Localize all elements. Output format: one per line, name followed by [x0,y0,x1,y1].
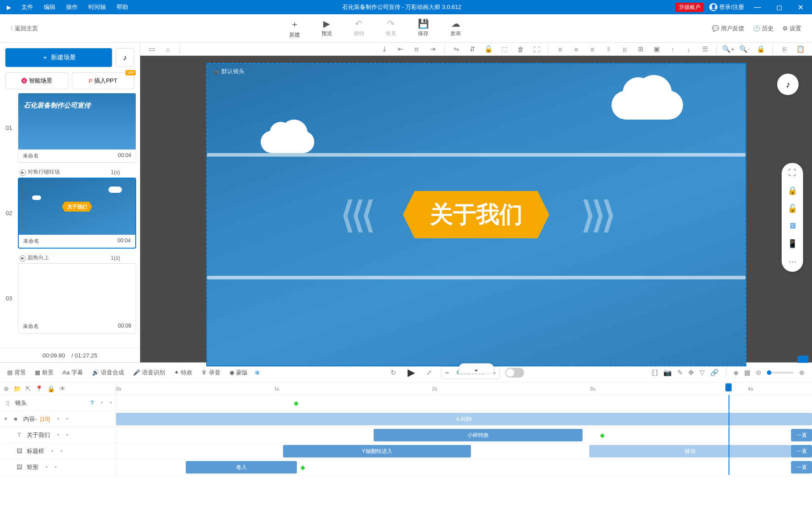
fullscreen-icon[interactable]: ⛶ [788,168,796,178]
keyframe-diamond-icon[interactable]: ◆ [600,432,605,439]
keyframe-diamond-icon[interactable]: ◆ [300,464,305,471]
close-button[interactable]: ✕ [792,3,808,12]
align-top-icon[interactable]: ≡ [554,43,566,55]
timeline-clip[interactable]: 小样特效 [374,429,583,441]
track-dot[interactable]: • [61,448,63,454]
minimize-button[interactable]: — [750,3,766,11]
timeline-clip[interactable]: 一直 [791,429,812,441]
toolbar-新建-button[interactable]: ＋新建 [289,18,300,39]
layer-menu-icon[interactable]: ☰ [699,43,711,55]
flip-v-icon[interactable]: ⇵ [466,43,479,55]
timeline-clip[interactable]: 一直 [791,461,812,474]
scene-card-03[interactable]: 未命名00:09 [18,263,136,333]
track-dot[interactable]: • [57,432,59,438]
track-dot[interactable]: • [55,464,57,470]
align-middle-icon[interactable]: ≡ [570,43,583,55]
insert-ppt-button[interactable]: P 插入PPT VIP [72,72,135,89]
lock-open-icon[interactable]: 🔓 [787,204,797,213]
folder-icon[interactable]: 📁 [13,385,21,392]
track-dot[interactable]: • [67,432,69,438]
delete-icon[interactable]: 🗑 [514,43,527,55]
track-head-关于我们[interactable]: T关于我们•• [0,427,116,443]
select-tool-icon[interactable]: ▭ [146,43,158,55]
timeline-ruler[interactable]: 0s1s2s3s4s [116,382,812,395]
menu-help[interactable]: 帮助 [117,3,128,11]
upgrade-button[interactable]: 升级账户 [675,3,704,12]
align-bottom-icon[interactable]: ⤓ [378,43,391,55]
align-bottom2-icon[interactable]: ≡ [586,43,599,55]
group-icon[interactable]: ⬚ [498,43,511,55]
toggle-switch[interactable] [505,368,524,378]
track-head-内容-[interactable]: ▼■内容-[15]•• [0,411,116,427]
timeline-clip[interactable]: 移动 [589,445,791,457]
align-center-h-icon[interactable]: ⧈ [410,43,423,55]
track-dot[interactable]: • [51,448,54,454]
home-icon[interactable]: ⌂ [162,43,174,55]
layer-up-icon[interactable]: ↑ [666,43,679,55]
track-body[interactable]: ◆ [116,395,812,411]
menu-action[interactable]: 操作 [66,3,78,11]
scene-transition[interactable]: ▶对角行铺转场1(s) [4,166,136,178]
distribute-v-icon[interactable]: ⫼ [618,43,631,55]
smart-scene-button[interactable]: 🅐 智能场景 [5,72,68,89]
menu-file[interactable]: 文件 [21,3,33,11]
toolbar-保存-button[interactable]: 💾保存 [418,18,429,39]
menu-timeline[interactable]: 时间轴 [88,3,106,11]
track-dot[interactable]: • [57,415,59,422]
track-body[interactable]: 卷入◆一直 [116,459,812,475]
align-left-icon[interactable]: ⇤ [394,43,407,55]
lock-closed-icon[interactable]: 🔒 [787,186,797,195]
tl-tab-语音合成[interactable]: 🔊语音合成 [92,369,124,377]
scene-card-02[interactable]: 关于我们 未命名00:04 [18,178,136,249]
zoom-slider[interactable] [767,372,794,374]
menu-edit[interactable]: 编辑 [44,3,55,11]
toolbar-历史-button[interactable]: 🕐历史 [753,25,774,33]
toolbar-预览-button[interactable]: ▶预览 [321,18,332,39]
expand-handle[interactable]: ⌄ [458,363,494,374]
tl-tab-背景[interactable]: ▨背景 [7,369,26,377]
distribute-h-icon[interactable]: ⫴ [602,43,615,55]
safe-area-icon[interactable]: ▣ [650,43,663,55]
flip-h-icon[interactable]: ⇋ [450,43,462,55]
paste-icon[interactable]: 📋 [794,43,807,55]
timeline-clip[interactable]: 一直 [791,445,812,457]
help-icon[interactable]: ? [91,399,94,406]
tl-tab-字幕[interactable]: Aa字幕 [62,369,83,377]
title-box[interactable]: ⟨⟨⟨ 关于我们 ⟩⟩⟩ [403,191,550,238]
lock-icon[interactable]: 🔓 [482,43,495,55]
align-right-icon[interactable]: ⇥ [426,43,439,55]
lock-track-icon[interactable]: 🔒 [47,385,55,392]
canvas[interactable]: 📹 默认镜头 ⟨⟨⟨ 关于我们 ⟩⟩⟩ [206,63,746,366]
track-head-标题框[interactable]: 🖼标题框•• [0,443,116,459]
zoom-in-icon[interactable]: 🔍+ [722,43,735,55]
fit-icon[interactable]: ⛶ [530,43,543,55]
track-body[interactable]: 小样特效◆一直 [116,427,812,443]
lock-view-icon[interactable]: 🔒 [754,43,767,55]
track-head-矩形[interactable]: 🖼矩形•• [0,459,116,475]
new-scene-button[interactable]: ＋ 新建场景 [5,48,112,67]
float-music-button[interactable]: ♪ [777,74,799,95]
mobile-icon[interactable]: 📱 [787,239,797,249]
display-icon[interactable]: 🖥 [788,221,796,231]
track-dot[interactable]: • [46,464,48,470]
toolbar-发布-button[interactable]: ☁发布 [450,18,461,39]
scene-card-01[interactable]: 石化装备制作公司宣传 未命名00:04 [18,93,136,163]
timeline-clip[interactable]: Y轴翻转进入 [283,445,471,457]
expand-arrow-icon[interactable]: ▼ [4,416,8,421]
guide-icon[interactable]: ⊞ [634,43,647,55]
track-dot[interactable]: • [67,415,69,422]
layer-down-icon[interactable]: ↓ [683,43,695,55]
login-button[interactable]: 👤 登录/注册 [709,3,744,11]
playhead[interactable] [725,383,732,391]
music-button[interactable]: ♪ [116,48,134,67]
tl-tab-前景[interactable]: ▦前景 [35,369,54,377]
track-body[interactable]: Y轴翻转进入移动一直 [116,443,812,459]
track-dot[interactable]: • [110,399,112,406]
keyframe-diamond-icon[interactable]: ◆ [294,399,299,407]
scene-transition[interactable]: ▶圆角向上1(s) [4,252,136,263]
track-dot[interactable]: • [101,399,103,406]
track-body[interactable]: 4.40秒 [116,411,812,427]
back-home-button[interactable]: 〈 返回主页 [7,25,38,33]
zoom-out-icon[interactable]: 🔍- [738,43,751,55]
timeline-clip[interactable]: 4.40秒 [116,413,812,425]
